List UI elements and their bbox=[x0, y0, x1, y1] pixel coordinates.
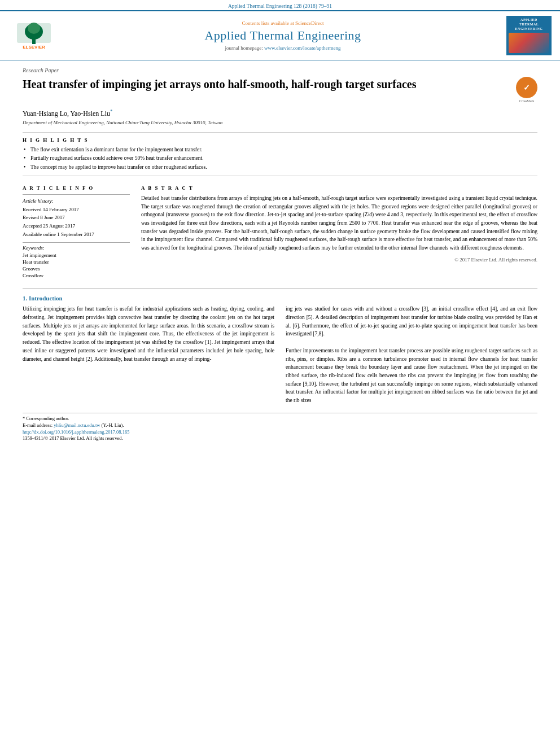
keyword-2: Heat transfer bbox=[23, 259, 130, 265]
highlights-list: The flow exit orientation is a dominant … bbox=[23, 146, 537, 171]
journal-homepage: journal homepage: www.elsevier.com/locat… bbox=[68, 45, 498, 51]
info-abstract-row: A R T I C L E I N F O Article history: R… bbox=[23, 181, 537, 279]
corresponding-star: * bbox=[110, 108, 113, 114]
abstract-col: A B S T R A C T Detailed heat transfer d… bbox=[141, 181, 537, 279]
highlight-item-2: Partially roughened surfaces could achie… bbox=[23, 155, 537, 162]
mid-divider bbox=[23, 176, 537, 176]
intro-left-col: Utilizing impinging jets for heat transf… bbox=[23, 305, 274, 405]
doi-link[interactable]: http://dx.doi.org/10.1016/j.applthermale… bbox=[23, 429, 537, 435]
highlight-item-1: The flow exit orientation is a dominant … bbox=[23, 146, 537, 154]
email-address[interactable]: yhliu@mail.nctu.edu.tw bbox=[54, 422, 100, 428]
journal-header: ELSEVIER Contents lists available at Sci… bbox=[0, 10, 560, 60]
keywords-label: Keywords: bbox=[23, 245, 130, 251]
homepage-prefix: journal homepage: bbox=[225, 45, 264, 51]
authors-line: Yuan-Hsiang Lo, Yao-Hsien Liu* bbox=[23, 108, 537, 118]
intro-right-paragraph-2: Further improvements to the impingement … bbox=[286, 347, 537, 405]
highlight-item-3: The concept may be applied to improve he… bbox=[23, 164, 537, 171]
paper-title-row: Heat transfer of impinging jet arrays on… bbox=[23, 77, 537, 103]
highlights-label: H I G H L I G H T S bbox=[23, 137, 537, 143]
intro-title: 1. Introduction bbox=[23, 295, 537, 302]
intro-right-col: ing jets was studied for cases with and … bbox=[286, 305, 537, 405]
footnote-section: * Corresponding author. E-mail address: … bbox=[23, 413, 537, 441]
keyword-1: Jet impingement bbox=[23, 252, 130, 258]
email-label: E-mail address: bbox=[23, 422, 54, 428]
footnote-email-line: E-mail address: yhliu@mail.nctu.edu.tw (… bbox=[23, 422, 537, 428]
received-date: Received 14 February 2017 bbox=[23, 206, 130, 213]
page: Applied Thermal Engineering 128 (2018) 7… bbox=[0, 0, 560, 747]
affiliation-line: Department of Mechanical Engineering, Na… bbox=[23, 120, 537, 125]
top-divider bbox=[23, 132, 537, 133]
intro-text-columns: Utilizing impinging jets for heat transf… bbox=[23, 305, 537, 405]
journal-cover-area: APPLIEDTHERMALENGINEERING bbox=[504, 16, 554, 55]
footnote-issn: 1359-4311/© 2017 Elsevier Ltd. All right… bbox=[23, 435, 537, 441]
elsevier-logo-icon: ELSEVIER bbox=[14, 20, 54, 51]
article-info-label: A R T I C L E I N F O bbox=[23, 185, 130, 191]
sciencedirect-prefix: Contents lists available at bbox=[242, 20, 295, 26]
email-suffix: (Y.-H. Liu). bbox=[100, 422, 124, 428]
elsevier-logo-area: ELSEVIER bbox=[6, 20, 62, 51]
authors-text: Yuan-Hsiang Lo, Yao-Hsien Liu bbox=[23, 110, 110, 117]
journal-top-bar: Applied Thermal Engineering 128 (2018) 7… bbox=[0, 0, 560, 10]
introduction-section: 1. Introduction Utilizing impinging jets… bbox=[23, 289, 537, 405]
svg-text:ELSEVIER: ELSEVIER bbox=[23, 45, 45, 50]
revised-date: Revised 8 June 2017 bbox=[23, 214, 130, 221]
crossmark-area: ✓ CrossMark bbox=[516, 77, 537, 103]
accepted-date: Accepted 25 August 2017 bbox=[23, 222, 130, 230]
keyword-4: Crossflow bbox=[23, 273, 130, 278]
svg-point-3 bbox=[28, 23, 40, 34]
history-label: Article history: bbox=[23, 198, 130, 204]
crossmark-label: CrossMark bbox=[516, 99, 537, 103]
cover-title-text: APPLIEDTHERMALENGINEERING bbox=[515, 18, 543, 31]
sciencedirect-link-text[interactable]: ScienceDirect bbox=[295, 20, 323, 26]
keywords-section: Keywords: Jet impingement Heat transfer … bbox=[23, 242, 130, 278]
article-history-section: Article history: Received 14 February 20… bbox=[23, 194, 130, 238]
copyright-line: © 2017 Elsevier Ltd. All rights reserved… bbox=[141, 257, 537, 263]
abstract-label: A B S T R A C T bbox=[141, 185, 537, 191]
abstract-text: Detailed heat transfer distributions fro… bbox=[141, 194, 537, 252]
cover-image-decoration bbox=[509, 33, 549, 53]
footnote-star: * Corresponding author. bbox=[23, 416, 537, 421]
journal-header-center: Contents lists available at ScienceDirec… bbox=[62, 20, 504, 51]
intro-right-paragraph: ing jets was studied for cases with and … bbox=[286, 305, 537, 338]
crossmark-badge: ✓ bbox=[516, 77, 537, 98]
intro-number: 1. bbox=[23, 295, 27, 302]
intro-left-paragraph: Utilizing impinging jets for heat transf… bbox=[23, 305, 274, 363]
article-info-col: A R T I C L E I N F O Article history: R… bbox=[23, 181, 130, 279]
journal-cover-thumbnail: APPLIEDTHERMALENGINEERING bbox=[506, 16, 552, 55]
article-type-label: Research Paper bbox=[23, 67, 537, 73]
intro-title-text: Introduction bbox=[29, 295, 63, 302]
crossmark-icon: ✓ bbox=[519, 80, 535, 95]
available-date: Available online 1 September 2017 bbox=[23, 231, 130, 238]
journal-title: Applied Thermal Engineering bbox=[68, 28, 498, 43]
journal-reference: Applied Thermal Engineering 128 (2018) 7… bbox=[228, 3, 332, 9]
svg-text:✓: ✓ bbox=[523, 83, 530, 92]
keyword-3: Grooves bbox=[23, 266, 130, 272]
homepage-url[interactable]: www.elsevier.com/locate/apthermeng bbox=[264, 45, 340, 51]
paper-title: Heat transfer of impinging jet arrays on… bbox=[23, 77, 417, 91]
main-content: Research Paper Heat transfer of impingin… bbox=[0, 60, 560, 447]
sciencedirect-line: Contents lists available at ScienceDirec… bbox=[68, 20, 498, 26]
footnote-star-text: * Corresponding author. bbox=[23, 416, 69, 421]
